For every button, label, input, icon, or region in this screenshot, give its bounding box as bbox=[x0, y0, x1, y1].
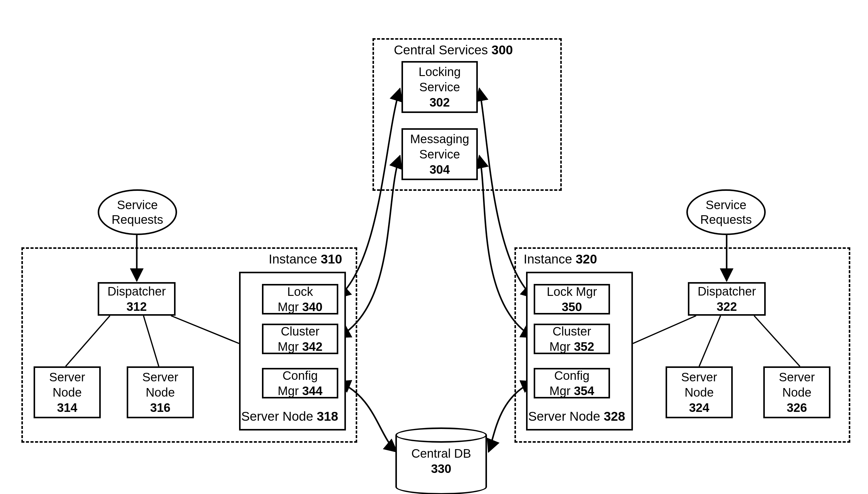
service-requests-right: Service Requests bbox=[686, 189, 766, 235]
messaging-l2: Service bbox=[419, 147, 460, 162]
messaging-num: 304 bbox=[429, 162, 450, 177]
config354-l1: Config bbox=[554, 368, 590, 383]
sn324-num: 324 bbox=[689, 400, 710, 415]
config344-l1: Config bbox=[283, 368, 318, 383]
sn314-num: 314 bbox=[57, 400, 78, 415]
sn326-l1: Server bbox=[779, 369, 815, 385]
server-node-324: Server Node 324 bbox=[666, 366, 733, 418]
req-left-l2: Requests bbox=[112, 212, 163, 227]
instance-left-num: 310 bbox=[321, 252, 342, 266]
central-services-title: Central Services 300 bbox=[394, 43, 513, 57]
sn324-l1: Server bbox=[681, 369, 717, 385]
dispatcher-right: Dispatcher 322 bbox=[688, 282, 766, 316]
instance-left-label: Instance bbox=[269, 252, 317, 266]
lock350-l1: Lock Mgr bbox=[547, 284, 597, 299]
lock-mgr-350: Lock Mgr 350 bbox=[534, 284, 610, 315]
sn314-l2: Node bbox=[53, 385, 82, 400]
dispatcher-left-num: 312 bbox=[127, 299, 147, 314]
cluster-mgr-342: Cluster Mgr 342 bbox=[262, 324, 338, 354]
sn328-label: Server Node bbox=[528, 409, 600, 423]
locking-l1: Locking bbox=[419, 64, 461, 79]
config344-l2-num: 344 bbox=[302, 384, 323, 398]
cluster342-l2-num: 342 bbox=[302, 340, 323, 353]
instance-right-num: 320 bbox=[576, 252, 597, 266]
config-mgr-344: Config Mgr 344 bbox=[262, 368, 338, 398]
instance-right-title: Instance 320 bbox=[524, 252, 597, 267]
config344-l2-label: Mgr bbox=[278, 384, 299, 398]
cluster352-l1: Cluster bbox=[553, 324, 592, 339]
locking-service-box: Locking Service 302 bbox=[402, 61, 478, 113]
sn316-l2: Node bbox=[146, 385, 175, 400]
locking-l2: Service bbox=[419, 79, 460, 95]
messaging-service-box: Messaging Service 304 bbox=[402, 128, 478, 180]
dispatcher-left-label: Dispatcher bbox=[108, 284, 166, 299]
config-mgr-354: Config Mgr 354 bbox=[534, 368, 610, 398]
instance-left-title: Instance 310 bbox=[269, 252, 342, 267]
messaging-l1: Messaging bbox=[410, 131, 469, 147]
lock350-num: 350 bbox=[562, 299, 582, 315]
db-label: Central DB bbox=[411, 446, 471, 461]
service-requests-left: Service Requests bbox=[98, 189, 177, 235]
server-node-314: Server Node 314 bbox=[34, 366, 101, 418]
sn328-num: 328 bbox=[604, 409, 625, 423]
cluster342-l2-label: Mgr bbox=[278, 340, 299, 353]
lock340-l2-num: 340 bbox=[302, 300, 323, 314]
dispatcher-right-label: Dispatcher bbox=[698, 284, 756, 299]
config354-l2-label: Mgr bbox=[549, 384, 571, 398]
server-node-328-title: Server Node 328 bbox=[528, 409, 625, 424]
sn318-label: Server Node bbox=[241, 409, 313, 423]
sn326-l2: Node bbox=[782, 385, 811, 400]
diagram-canvas: Central Services 300 Locking Service 302… bbox=[0, 0, 868, 494]
lock-mgr-340: Lock Mgr 340 bbox=[262, 284, 338, 315]
cluster342-l1: Cluster bbox=[281, 324, 320, 339]
cluster352-l2-label: Mgr bbox=[549, 340, 571, 353]
server-node-316: Server Node 316 bbox=[127, 366, 194, 418]
central-db: Central DB 330 bbox=[396, 428, 487, 494]
req-right-l1: Service bbox=[706, 197, 746, 212]
dispatcher-right-num: 322 bbox=[717, 299, 737, 314]
server-node-326: Server Node 326 bbox=[763, 366, 830, 418]
req-right-l2: Requests bbox=[700, 212, 752, 227]
db-num: 330 bbox=[431, 461, 451, 476]
sn318-num: 318 bbox=[316, 409, 338, 423]
config354-l2-num: 354 bbox=[574, 384, 595, 398]
instance-right-label: Instance bbox=[524, 252, 572, 266]
server-node-318-title: Server Node 318 bbox=[241, 409, 338, 424]
req-left-l1: Service bbox=[117, 197, 157, 212]
lock340-l1: Lock bbox=[287, 284, 313, 299]
cluster-mgr-352: Cluster Mgr 352 bbox=[534, 324, 610, 354]
sn326-num: 326 bbox=[787, 400, 807, 415]
sn314-l1: Server bbox=[49, 369, 85, 385]
dispatcher-left: Dispatcher 312 bbox=[98, 282, 176, 316]
cluster352-l2-num: 352 bbox=[574, 340, 595, 353]
sn324-l2: Node bbox=[684, 385, 714, 400]
central-services-label: Central Services bbox=[394, 43, 488, 57]
locking-num: 302 bbox=[429, 95, 450, 110]
lock340-l2-label: Mgr bbox=[278, 300, 299, 314]
sn316-num: 316 bbox=[150, 400, 171, 415]
sn316-l1: Server bbox=[142, 369, 178, 385]
central-services-num: 300 bbox=[491, 43, 513, 57]
